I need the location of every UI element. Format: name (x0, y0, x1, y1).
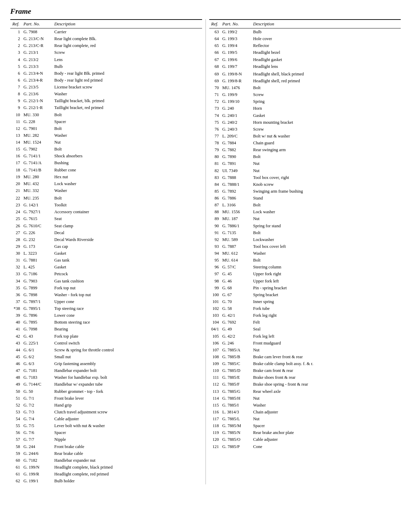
desc-cell: Bearing (52, 326, 202, 332)
part-cell: L. 3166 (220, 202, 251, 208)
desc-cell: License bracket screw (52, 84, 202, 90)
table-row: 19MU. 280Hex nut (10, 173, 202, 180)
ref-cell: *38 (10, 305, 22, 312)
table-row: 46G. 6/3Grip fastening assembly (10, 360, 202, 367)
table-row: *38G. 7895/1Top steering race (10, 305, 202, 312)
ref-cell: 74 (209, 112, 221, 119)
part-cell: G. 67 (220, 291, 251, 298)
desc-cell: Gasket (52, 250, 202, 257)
ref-cell: 9 (10, 104, 22, 111)
table-row: 103G. 42/1Fork leg right (209, 312, 401, 319)
part-cell: G. 228 (22, 118, 52, 125)
desc-cell: Front brake lever (52, 395, 202, 402)
table-row: 6G. 213/4-NBody - rear light Blk. primed (10, 70, 202, 77)
table-row: 44G. 6/1Screw & spring for throttle cont… (10, 347, 202, 353)
ref-cell: 93 (209, 243, 221, 250)
part-cell: G. 213/3 (22, 63, 52, 70)
desc-cell: Nut (251, 415, 401, 422)
ref-cell: 28 (10, 236, 22, 243)
table-row: 79G. 7882Rear swinging arm (209, 146, 401, 153)
ref-cell: 78 (209, 140, 221, 146)
part-cell: G. 7885/E (220, 374, 251, 381)
part-cell: MU. 589 (220, 236, 251, 243)
ref-cell: 61 (10, 464, 22, 471)
part-cell: MU. 612 (220, 250, 251, 257)
page-title: Frame (10, 7, 401, 16)
table-row: 70MU. 1476Bolt (209, 84, 401, 91)
desc-cell: Spacer (52, 118, 202, 125)
ref-cell: 91 (209, 229, 221, 236)
part-cell: G. 7885/F (220, 381, 251, 388)
desc-cell: Body - rear light red primed (52, 77, 202, 84)
desc-cell: Inner spring (251, 298, 401, 305)
table-row: 101G. 70Inner spring (209, 298, 401, 305)
table-row: 83G. 7888Tool box cover, right (209, 174, 401, 181)
desc-cell: Lower cone (52, 312, 202, 319)
desc-cell: Bolt (52, 195, 202, 202)
ref-cell: 120 (209, 436, 221, 443)
desc-cell: Hole cover (251, 35, 401, 42)
table-row: 29G. 173Gas cap (10, 243, 202, 250)
ref-cell: 70 (209, 84, 221, 91)
desc-cell: Rear brake cable (52, 450, 202, 457)
ref-cell: 30 (10, 250, 22, 257)
desc-cell: Gas cap (52, 243, 202, 250)
ref-cell: 113 (209, 388, 221, 395)
table-row: 3G. 213/1Screw (10, 49, 202, 56)
part-cell: G. 57/C (220, 264, 251, 270)
ref-cell: 20 (10, 180, 22, 187)
desc-cell: Headlight gasket (251, 56, 401, 63)
ref-cell: 65 (209, 42, 221, 49)
ref-cell: 115 (209, 402, 221, 409)
ref-cell: 82 (209, 167, 221, 174)
ref-cell: 116 (209, 409, 221, 415)
table-row: 9G. 212/1-RTaillight bracket, red primed (10, 104, 202, 111)
ref-cell: 50 (10, 388, 22, 395)
part-cell: G. 7/7 (22, 436, 52, 443)
table-row: 64G. 199/3Hole cover (209, 35, 401, 42)
desc-cell: Shock absorbers (52, 153, 202, 159)
ref-cell: 112 (209, 381, 221, 388)
desc-cell: Spacer (52, 429, 202, 436)
table-row: 119G. 7885/NRear brake anchor plate (209, 429, 401, 436)
table-row: 87L. 3166Bolt (209, 202, 401, 208)
table-row: 78G. 7884Chain guard (209, 140, 401, 146)
table-row: 106G. 246Front mudguard (209, 340, 401, 347)
desc-cell: Bulb (52, 63, 202, 70)
table-row: 56G. 7/6Spacer (10, 429, 202, 436)
desc-cell: Rear wheel axle (251, 388, 401, 395)
ref-cell: 31 (10, 257, 22, 264)
part-cell: G. 225/1 (22, 340, 52, 347)
desc-cell: Top steering race (52, 305, 202, 312)
ref-cell: 8 (10, 90, 22, 97)
part-cell: G. 226 (22, 229, 52, 236)
table-row: 117G. 7885/LNut (209, 415, 401, 422)
part-cell: G. 173 (22, 243, 52, 250)
part-cell: L. 3223 (22, 250, 52, 257)
ref-cell: 54 (10, 415, 22, 422)
table-row: 104G. 7692Felt (209, 319, 401, 326)
part-cell: G. 68 (220, 285, 251, 291)
table-row: 20MU. 432Lock washer (10, 180, 202, 187)
ref-cell: 89 (209, 215, 221, 222)
table-row: 74G. 240/1Gasket (209, 112, 401, 119)
table-row: 5G. 213/3Bulb (10, 63, 202, 70)
part-cell: G. 199/7 (220, 63, 251, 70)
left-ref-header: Ref. (10, 20, 22, 28)
part-cell: G. 7186 (22, 270, 52, 277)
table-row: 8G. 213/6Washer (10, 90, 202, 97)
ref-cell: 72 (209, 98, 221, 105)
desc-cell: Screw (251, 91, 401, 98)
desc-cell: Lock washer (52, 180, 202, 187)
part-cell: L. 209/C (220, 133, 251, 140)
table-row: 109G. 7885/CBrake cable clamp bolt assy.… (209, 360, 401, 367)
table-row: 114G. 7885/HNut (209, 395, 401, 402)
part-cell: G. 199/1 (22, 477, 52, 484)
ref-cell: 49 (10, 381, 22, 388)
desc-cell: Spring (251, 98, 401, 105)
table-row: 43G. 225/1Control switch (10, 340, 202, 347)
table-row: 40G. 7895Bottom steering race (10, 319, 202, 326)
ref-cell: 04/1 (209, 326, 221, 332)
desc-cell: Headlight complete, black primed (52, 464, 202, 471)
desc-cell: Handlebar w/ expander tube (52, 381, 202, 388)
